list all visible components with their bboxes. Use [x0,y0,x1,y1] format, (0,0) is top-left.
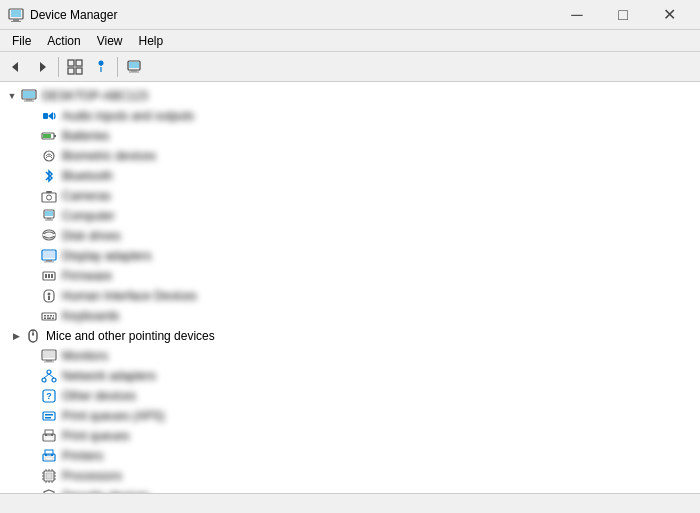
tree-item-other[interactable]: ▶ ? Other devices [0,386,700,406]
svg-rect-42 [48,274,50,278]
tree-item-audio[interactable]: ▶ Audio inputs and outputs [0,106,700,126]
device-tree[interactable]: ▼ DESKTOP-ABC123 ▶ Audio [0,82,700,493]
forward-icon [34,59,50,75]
close-button[interactable]: ✕ [646,0,692,30]
tree-item-batteries[interactable]: ▶ Batteries [0,126,700,146]
tree-item-security[interactable]: ▶ Security devices [0,486,700,493]
tree-item-cameras[interactable]: ▶ Cameras [0,186,700,206]
mouse-icon [24,328,42,344]
svg-rect-8 [68,68,74,74]
menu-file[interactable]: File [4,32,39,50]
processors-label: Processors [62,469,122,483]
svg-rect-24 [43,134,51,138]
show-hide-icon [67,59,83,75]
tree-item-processors[interactable]: ▶ Proces [0,466,700,486]
display-label: Display adapters [62,249,151,263]
svg-line-66 [49,374,54,378]
hid-label: Human Interface Devices [62,289,197,303]
back-button[interactable] [4,55,28,79]
svg-rect-75 [45,434,47,436]
svg-rect-14 [131,70,137,72]
printers-label: Printers [62,449,103,463]
tree-item-display[interactable]: ▶ Display adapters [0,246,700,266]
camera-icon [40,188,58,204]
svg-rect-37 [43,251,55,258]
firmware-icon [40,268,58,284]
svg-rect-79 [45,457,53,460]
tree-item-network[interactable]: ▶ Network adapters [0,366,700,386]
printq-label: Print queues [62,429,129,443]
tree-item-hid[interactable]: ▶ Human Interface Devices [0,286,700,306]
firmware-label: Firmware [62,269,112,283]
svg-rect-80 [45,454,47,456]
tree-item-pcmcia[interactable]: ▶ Print queues (APS) [0,406,700,426]
display-icon [40,248,58,264]
tree-item-bluetooth[interactable]: ▶ Bluetooth [0,166,700,186]
maximize-button[interactable]: □ [600,0,646,30]
hid-icon [40,288,58,304]
svg-rect-83 [46,473,52,479]
app-icon [8,7,24,23]
menu-help[interactable]: Help [131,32,172,50]
status-bar [0,493,700,513]
svg-rect-28 [46,191,52,193]
tree-root[interactable]: ▼ DESKTOP-ABC123 [0,86,700,106]
tree-item-biometric[interactable]: ▶ Biometric devices [0,146,700,166]
svg-rect-54 [52,318,54,320]
svg-rect-52 [44,318,46,320]
svg-rect-32 [45,220,53,221]
svg-rect-51 [53,315,54,317]
tree-item-printq[interactable]: ▶ Print queues [0,426,700,446]
bluetooth-label: Bluetooth [62,169,113,183]
computer-label: Computer [62,209,115,223]
batteries-label: Batteries [62,129,109,143]
svg-rect-61 [44,362,54,363]
svg-rect-26 [42,193,56,202]
minimize-button[interactable]: ─ [554,0,600,30]
menu-action[interactable]: Action [39,32,88,50]
update-button[interactable] [122,55,146,79]
forward-button[interactable] [30,55,54,79]
svg-rect-48 [44,315,46,317]
other-icon: ? [40,388,58,404]
network-label: Network adapters [62,369,156,383]
network-icon [40,368,58,384]
biometric-label: Biometric devices [62,149,156,163]
svg-point-27 [47,195,52,200]
tree-item-monitors[interactable]: ▶ Monitors [0,346,700,366]
svg-rect-71 [45,417,51,419]
root-label: DESKTOP-ABC123 [42,89,148,103]
svg-rect-23 [54,135,56,137]
tree-item-computer[interactable]: ▶ Computer [0,206,700,226]
menu-view[interactable]: View [89,32,131,50]
tree-item-keyboards[interactable]: ▶ Keyboards [0,306,700,326]
properties-button[interactable]: i [89,55,113,79]
main-area: ▼ DESKTOP-ABC123 ▶ Audio [0,82,700,493]
svg-rect-41 [45,274,47,278]
tree-item-firmware[interactable]: ▶ Firmware [0,266,700,286]
svg-rect-6 [68,60,74,66]
svg-rect-18 [26,99,32,101]
tree-item-disk[interactable]: ▶ Disk drives [0,226,700,246]
svg-rect-46 [48,296,50,300]
mice-expand: ▶ [8,328,24,344]
svg-rect-15 [129,71,139,72]
back-icon [8,59,24,75]
monitors-label: Monitors [62,349,108,363]
svg-rect-74 [45,437,53,440]
properties-icon: i [93,59,109,75]
tree-item-mice[interactable]: ▶ Mice and other pointing devices [0,326,700,346]
svg-rect-81 [51,454,53,456]
toolbar-separator-2 [117,57,118,77]
svg-point-45 [48,293,51,296]
show-hide-button[interactable] [63,55,87,79]
tree-item-printers[interactable]: ▶ Printers [0,446,700,466]
svg-rect-1 [11,10,21,17]
bluetooth-icon [40,168,58,184]
svg-rect-60 [46,360,52,362]
svg-rect-38 [46,260,52,262]
svg-rect-9 [76,68,82,74]
svg-line-65 [44,374,49,378]
svg-rect-3 [11,21,21,22]
svg-rect-49 [47,315,49,317]
